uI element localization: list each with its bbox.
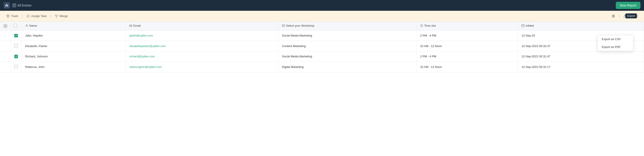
- row-checkbox-cell[interactable]: [11, 31, 22, 41]
- trash-label: Trash: [11, 14, 18, 18]
- name-header: Name: [22, 22, 126, 31]
- svg-rect-25: [4, 26, 5, 28]
- svg-line-16: [56, 16, 58, 17]
- toolbar: Trash | Assign Task | Merge |: [0, 11, 644, 22]
- home-button[interactable]: [4, 2, 10, 9]
- table-row: Jake, Hayden jakeh@zylker.com Social Med…: [0, 31, 644, 41]
- table-header-row: Name Email: [0, 22, 644, 31]
- email-header: Email: [126, 22, 278, 31]
- row-drag-handle: [0, 31, 11, 41]
- table-row: Richard, Johnson richard@zylker.com Soci…: [0, 51, 644, 62]
- row-checkbox[interactable]: [14, 44, 18, 48]
- row-workshop: Content Marketing: [278, 41, 416, 51]
- app-header: All Entries New Report Export: [0, 0, 644, 11]
- row-added: 12-Sep-2022 00:31:17: [518, 62, 644, 72]
- svg-point-14: [56, 17, 57, 18]
- svg-rect-23: [4, 25, 5, 26]
- merge-action[interactable]: Merge: [52, 13, 70, 19]
- divider-1: |: [21, 14, 24, 18]
- row-timeslot: 2 PM - 4 PM: [416, 51, 518, 62]
- row-timeslot: 10 AM - 12 Noon: [416, 41, 518, 51]
- row-drag-handle: [0, 62, 11, 72]
- print-button[interactable]: [610, 13, 617, 20]
- svg-point-13: [57, 15, 58, 16]
- svg-point-12: [55, 15, 56, 16]
- divider-3: |: [618, 14, 621, 18]
- row-checkbox[interactable]: [14, 34, 18, 37]
- svg-point-27: [26, 25, 27, 26]
- timeslot-header: Time slot: [416, 22, 518, 31]
- header-title-area: All Entries: [12, 4, 32, 7]
- row-workshop: Social Media Marketing: [278, 31, 416, 41]
- row-email[interactable]: richard@zylker.com: [126, 51, 278, 62]
- row-checkbox-cell[interactable]: [11, 41, 22, 51]
- row-email[interactable]: elizabethparker@zylker.com: [126, 41, 278, 51]
- row-name: Jake, Hayden: [22, 31, 126, 41]
- new-report-button[interactable]: New Report: [616, 2, 640, 9]
- svg-rect-26: [5, 26, 7, 28]
- entries-table-container: Name Email: [0, 22, 644, 72]
- row-drag-handle: [0, 51, 11, 62]
- divider-2: |: [50, 14, 52, 18]
- added-header: Added: [518, 22, 644, 31]
- row-checkbox-cell[interactable]: [11, 62, 22, 72]
- svg-rect-28: [130, 25, 132, 27]
- export-csv-item[interactable]: Export as CSV: [598, 35, 633, 43]
- checkbox-header[interactable]: [11, 22, 22, 31]
- row-added: 12-Sep-2022 00:31:47: [518, 51, 644, 62]
- row-email[interactable]: rebeccajohn@zylker.com: [126, 62, 278, 72]
- row-timeslot: 10 AM - 12 Noon: [416, 62, 518, 72]
- header-title-text: All Entries: [18, 4, 32, 7]
- select-all-checkbox[interactable]: [14, 24, 17, 27]
- row-checkbox[interactable]: [14, 55, 18, 58]
- row-checkbox[interactable]: [14, 65, 18, 68]
- row-name: Elizabeth, Parker: [22, 41, 126, 51]
- svg-rect-5: [8, 15, 8, 15]
- svg-rect-19: [613, 17, 614, 17]
- table-row: Elizabeth, Parker elizabethparker@zylker…: [0, 41, 644, 51]
- export-tooltip: Export: [626, 14, 637, 18]
- assign-task-action[interactable]: Assign Task: [24, 13, 49, 19]
- svg-rect-35: [522, 25, 524, 27]
- svg-rect-24: [5, 25, 7, 26]
- select-all-header[interactable]: [0, 22, 11, 31]
- trash-action[interactable]: Trash: [4, 13, 21, 19]
- row-checkbox-cell[interactable]: [11, 51, 22, 62]
- row-name: Richard, Johnson: [22, 51, 126, 62]
- merge-label: Merge: [60, 14, 68, 18]
- svg-line-15: [56, 16, 56, 17]
- row-timeslot: 2 PM - 4 PM: [416, 31, 518, 41]
- row-workshop: Social Media Marketing: [278, 51, 416, 62]
- entries-table: Name Email: [0, 22, 644, 72]
- row-drag-handle: [0, 41, 11, 51]
- row-workshop: Digital Marketing: [278, 62, 416, 72]
- row-name: Rebecca, John: [22, 62, 126, 72]
- row-email[interactable]: jakeh@zylker.com: [126, 31, 278, 41]
- export-dropdown: Export as CSV Export as PDF: [598, 35, 633, 51]
- svg-point-20: [614, 16, 614, 16]
- workshop-header: Select your Workshop: [278, 22, 416, 31]
- svg-rect-29: [282, 25, 285, 27]
- table-row: Rebecca, John rebeccajohn@zylker.com Dig…: [0, 62, 644, 72]
- assign-task-label: Assign Task: [31, 14, 46, 18]
- export-pdf-item[interactable]: Export as PDF: [598, 43, 633, 51]
